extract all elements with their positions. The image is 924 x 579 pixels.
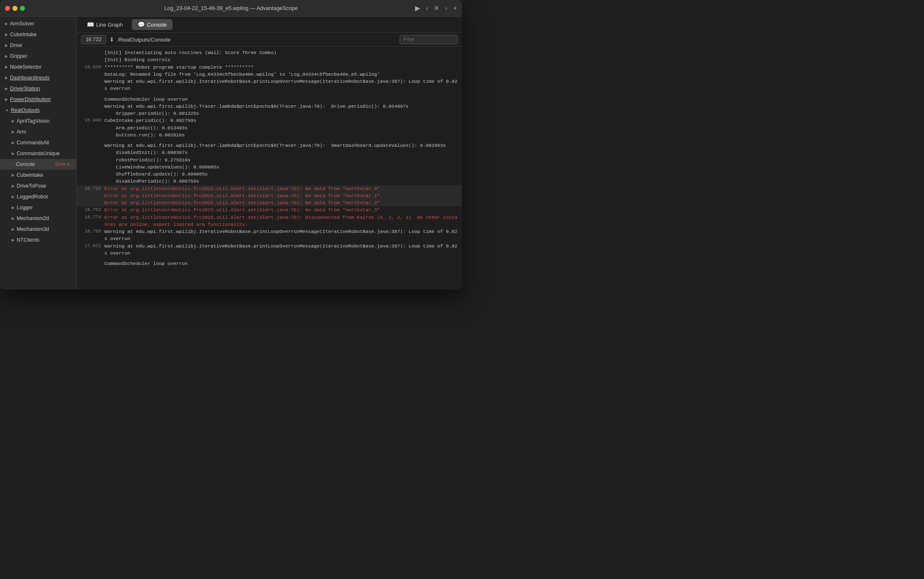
add-button[interactable]: +: [453, 5, 457, 12]
arrow-icon: ▶: [5, 64, 8, 70]
arrow-icon: ▶: [5, 75, 8, 81]
log-timestamp: 17.822: [81, 242, 101, 250]
sidebar-item-commandsall[interactable]: ▶CommandsAll: [0, 137, 77, 148]
sidebar-item-realoutputs[interactable]: ▼RealOutputs: [0, 105, 77, 116]
log-text: Error at org.littletonrobotics.frc2023.u…: [104, 214, 458, 228]
log-text: Shuffleboard.update(): 0.000065s: [104, 171, 458, 178]
log-text: disabledInit(): 0.000307s: [104, 149, 458, 156]
log-entry: CommandScheduler loop overrun: [77, 260, 462, 267]
sidebar-item-drivetoposepose[interactable]: ▶DriveToPose: [0, 181, 77, 191]
sidebar-item-label: Logger: [17, 203, 73, 212]
log-text: robotPeriodic(): 0.275810s: [104, 156, 458, 163]
sidebar-item-mechanism2d[interactable]: ▶Mechanism2d: [0, 213, 77, 224]
tab-console[interactable]: 💬 Console: [132, 19, 173, 30]
log-text: Warning at edu.wpi.first.wpilibj.Iterati…: [104, 228, 458, 242]
sidebar-item-console[interactable]: –ConsoleError a...: [0, 159, 77, 170]
arrow-icon: ▶: [12, 172, 15, 178]
log-text: Warning at edu.wpi.first.wpilibj.Tracer.…: [104, 103, 458, 110]
sidebar-item-label: CubeIntake: [17, 171, 73, 179]
sidebar-item-cubeintake[interactable]: ▶CubeIntake: [0, 29, 77, 40]
log-timestamp: 16.722: [81, 185, 101, 192]
log-entry: 17.822Warning at edu.wpi.first.wpilibj.I…: [77, 242, 462, 257]
titlebar: Log_23-04-22_15-46-39_e5.wpilog — Advant…: [0, 0, 462, 17]
sidebar-item-label: Console: [16, 160, 54, 168]
path-label: /RealOutputs/Console: [118, 37, 396, 43]
arrow-icon: ▶: [5, 53, 8, 59]
sidebar-item-arm[interactable]: ▶Arm: [0, 126, 77, 137]
log-entry: [Init] Instantiating auto routines (Wall…: [77, 49, 462, 56]
log-entry: Warning at edu.wpi.first.wpilibj.Tracer.…: [77, 142, 462, 149]
sidebar-item-label: CommandsUnique: [17, 149, 73, 158]
sidebar-item-apriltagvision[interactable]: ▶AprilTagVision: [0, 116, 77, 126]
log-spacer: [77, 139, 462, 142]
sidebar-item-driverstation[interactable]: ▶DriverStation: [0, 83, 77, 94]
log-timestamp: 15.940: [81, 117, 101, 124]
log-spacer: [77, 257, 462, 260]
minimize-button[interactable]: [12, 6, 17, 11]
window-close-button[interactable]: ✕: [434, 4, 439, 12]
console-output[interactable]: [Init] Instantiating auto routines (Wall…: [77, 47, 462, 290]
log-entry: Error at org.littletonrobotics.frc2023.u…: [77, 199, 462, 206]
sidebar-item-gripper[interactable]: ▶Gripper: [0, 51, 77, 62]
back-button[interactable]: ‹: [426, 5, 428, 12]
forward-button[interactable]: ›: [445, 5, 447, 12]
arrow-icon: ▶: [12, 118, 15, 124]
sidebar-item-nodeselector[interactable]: ▶NodeSelector: [0, 62, 77, 72]
sidebar-item-mechanism3d[interactable]: ▶Mechanism3d: [0, 224, 77, 235]
filter-input[interactable]: [400, 35, 458, 44]
sidebar-item-label: Mechanism2d: [17, 214, 73, 223]
sidebar-item-label: Mechanism3d: [17, 225, 73, 233]
log-text: Arm.periodic(): 0.013403s: [104, 124, 458, 131]
sidebar-item-ntclients[interactable]: ▶NTClients: [0, 235, 77, 245]
download-icon[interactable]: ⬇: [109, 36, 114, 43]
log-text: Warning at edu.wpi.first.wpilibj.Iterati…: [104, 78, 458, 92]
sidebar-item-powerdistribution[interactable]: ▶PowerDistribution: [0, 94, 77, 105]
log-entry: LiveWindow.updateValues(): 0.000095s: [77, 163, 462, 171]
maximize-button[interactable]: [20, 6, 25, 11]
log-text: CubeIntake.periodic(): 0.002799s: [104, 117, 458, 124]
log-entry: 15.639********** Robot program startup c…: [77, 64, 462, 71]
log-text: Error at org.littletonrobotics.frc2023.u…: [104, 206, 458, 213]
log-timestamp: 16.774: [81, 214, 101, 221]
log-entry: 16.722Error at org.littletonrobotics.frc…: [77, 185, 462, 192]
close-button[interactable]: [5, 6, 10, 11]
sidebar-item-label: CubeIntake: [10, 30, 73, 39]
sidebar-item-label: DriverStation: [10, 84, 73, 93]
sidebar-item-commandsunique[interactable]: ▶CommandsUnique: [0, 148, 77, 159]
log-text: CommandScheduler loop overrun: [104, 260, 458, 267]
traffic-lights: [5, 6, 25, 11]
log-entry: CommandScheduler loop overrun: [77, 96, 462, 103]
tab-line-graph-label: Line Graph: [96, 22, 123, 28]
main-content: ▶ArmSolver▶CubeIntake▶Drive▶Gripper▶Node…: [0, 17, 462, 290]
sidebar-item-label: Arm: [17, 128, 73, 136]
arrow-icon: ▶: [12, 183, 15, 189]
window-title: Log_23-04-22_15-46-39_e5.wpilog — Advant…: [164, 5, 298, 11]
log-text: [Init] Binding controls: [104, 56, 458, 63]
sidebar: ▶ArmSolver▶CubeIntake▶Drive▶Gripper▶Node…: [0, 17, 77, 290]
log-text: ********** Robot program startup complet…: [104, 64, 458, 71]
play-button[interactable]: ▶: [415, 4, 420, 12]
sidebar-item-armsolver[interactable]: ▶ArmSolver: [0, 18, 77, 29]
log-text: disabledPeriodic(): 0.000759s: [104, 178, 458, 185]
log-entry: 15.940CubeIntake.periodic(): 0.002799s: [77, 117, 462, 124]
tab-console-label: Console: [147, 22, 167, 28]
arrow-icon: –: [12, 161, 14, 167]
arrow-icon: ▶: [12, 151, 15, 156]
sidebar-item-logger[interactable]: ▶Logger: [0, 202, 77, 213]
log-entry: disabledInit(): 0.000307s: [77, 149, 462, 156]
arrow-icon: ▶: [12, 194, 15, 200]
arrow-icon: ▶: [5, 42, 8, 48]
log-text: LiveWindow.updateValues(): 0.000095s: [104, 163, 458, 171]
log-text: Error at org.littletonrobotics.frc2023.u…: [104, 199, 458, 206]
arrow-icon: ▶: [5, 86, 8, 92]
sidebar-item-dashboardinputs[interactable]: ▶DashboardInputs: [0, 72, 77, 83]
tab-line-graph[interactable]: 📖 Line Graph: [81, 19, 128, 30]
sidebar-item-loggedrobot[interactable]: ▶LoggedRobot: [0, 191, 77, 202]
tabs-toolbar: 📖 Line Graph 💬 Console: [77, 17, 462, 33]
log-entry: Arm.periodic(): 0.013403s: [77, 124, 462, 131]
sidebar-item-cubeintake2[interactable]: ▶CubeIntake: [0, 170, 77, 181]
sidebar-item-badge: Error a...: [55, 161, 73, 168]
log-text: Warning at edu.wpi.first.wpilibj.Iterati…: [104, 242, 458, 257]
time-input[interactable]: [81, 35, 106, 44]
sidebar-item-drive[interactable]: ▶Drive: [0, 40, 77, 51]
